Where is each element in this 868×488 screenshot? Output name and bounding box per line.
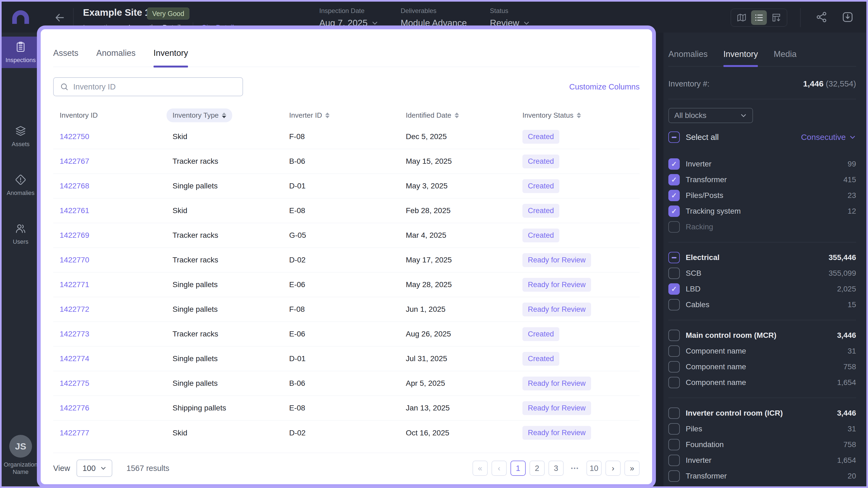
component-row-left: Inverter bbox=[669, 455, 712, 466]
inventory-id-link[interactable]: 1422776 bbox=[60, 404, 173, 412]
checkbox-inverter-control-room-icr-[interactable] bbox=[669, 408, 680, 419]
inventory-status-cell: Ready for Review bbox=[522, 401, 633, 415]
sidebar-item-inspections[interactable]: Inspections bbox=[2, 37, 40, 68]
list-view-icon[interactable] bbox=[751, 10, 767, 25]
pagination-first[interactable]: « bbox=[472, 461, 488, 476]
inventory-id-link[interactable]: 1422761 bbox=[60, 206, 173, 215]
tab-anomalies[interactable]: Anomalies bbox=[96, 48, 135, 67]
checkbox-cables[interactable] bbox=[669, 299, 680, 311]
inventory-count: 1,446 bbox=[803, 79, 824, 88]
checkbox-inverter[interactable] bbox=[669, 455, 680, 466]
checkbox-component-name[interactable] bbox=[669, 361, 680, 372]
back-button[interactable] bbox=[54, 12, 66, 24]
inventory-id-link[interactable]: 1422777 bbox=[60, 429, 173, 437]
view-toggle-group bbox=[731, 9, 787, 27]
checkbox-scb[interactable] bbox=[669, 268, 680, 279]
page-size-select[interactable]: 100 bbox=[76, 459, 112, 477]
sort-icon[interactable] bbox=[455, 112, 459, 118]
consecutive-dropdown[interactable]: Consecutive bbox=[801, 133, 856, 142]
select-all-row: Select all Consecutive bbox=[669, 131, 856, 143]
select-all-checkbox[interactable] bbox=[669, 131, 680, 143]
map-view-icon[interactable] bbox=[734, 10, 749, 25]
component-row-lbd: ✓LBD2,025 bbox=[669, 281, 856, 297]
compare-view-icon[interactable] bbox=[769, 10, 784, 25]
chevron-down-icon bbox=[100, 465, 106, 471]
sidebar-item-users[interactable]: Users bbox=[2, 218, 40, 250]
sort-icon[interactable] bbox=[222, 112, 226, 118]
panel-tab-media[interactable]: Media bbox=[774, 50, 796, 66]
pagination-next[interactable]: › bbox=[606, 461, 621, 476]
component-row-left: ✓Piles/Posts bbox=[669, 190, 723, 201]
table-body: 1422750SkidF-08Dec 5, 2025Created1422767… bbox=[53, 124, 640, 445]
checkbox-component-name[interactable] bbox=[669, 377, 680, 388]
inventory-id-link[interactable]: 1422774 bbox=[60, 354, 173, 363]
inventory-status-cell: Created bbox=[522, 204, 633, 218]
component-label: Component name bbox=[686, 347, 746, 355]
pagination-page-3[interactable]: 3 bbox=[549, 461, 564, 476]
component-row-left: Racking bbox=[669, 221, 713, 233]
inventory-id-link[interactable]: 1422768 bbox=[60, 182, 173, 190]
column-header-identified-date[interactable]: Identified Date bbox=[406, 111, 522, 120]
checkbox-piles-posts[interactable]: ✓ bbox=[669, 190, 680, 201]
inventory-id-link[interactable]: 1422767 bbox=[60, 157, 173, 166]
component-count: 415 bbox=[843, 175, 856, 184]
checkbox-electrical[interactable] bbox=[669, 252, 680, 263]
active-sort-pill[interactable]: Inventory Type bbox=[166, 108, 232, 122]
inventory-id-link[interactable]: 1422770 bbox=[60, 256, 173, 264]
checkbox-piles[interactable] bbox=[669, 423, 680, 434]
logo-arch-icon bbox=[12, 10, 29, 24]
checkbox-transformer[interactable] bbox=[669, 470, 680, 482]
panel-tab-anomalies[interactable]: Anomalies bbox=[669, 50, 708, 66]
sort-icon[interactable] bbox=[325, 112, 330, 118]
component-row-transformer: ✓Transformer415 bbox=[669, 172, 856, 188]
app-logo[interactable] bbox=[2, 2, 40, 33]
pagination-prev[interactable]: ‹ bbox=[492, 461, 507, 476]
inventory-id-link[interactable]: 1422775 bbox=[60, 379, 173, 388]
checkbox-foundation[interactable] bbox=[669, 439, 680, 450]
search-box bbox=[53, 77, 243, 96]
inventory-id-link[interactable]: 1422773 bbox=[60, 330, 173, 338]
component-row-scb: SCB355,099 bbox=[669, 265, 856, 281]
alert-diamond-icon bbox=[14, 174, 27, 187]
sidebar-item-label: Inspections bbox=[5, 57, 35, 64]
table-row: 1422761SkidE-08Feb 28, 2025Created bbox=[53, 198, 640, 223]
search-input[interactable] bbox=[73, 83, 237, 91]
pagination-page-2[interactable]: 2 bbox=[529, 461, 545, 476]
checkbox-transformer[interactable]: ✓ bbox=[669, 174, 680, 186]
component-row-left: Transformer bbox=[669, 470, 727, 482]
column-label: Inventory Type bbox=[173, 111, 219, 120]
table-row: 1422767Tracker racksB-06May 15, 2025Crea… bbox=[53, 149, 640, 174]
pagination-page-1[interactable]: 1 bbox=[510, 461, 526, 476]
column-header-inventory-status[interactable]: Inventory Status bbox=[522, 111, 633, 120]
checkbox-inverter[interactable]: ✓ bbox=[669, 158, 680, 170]
column-header-inverter-id[interactable]: Inverter ID bbox=[289, 111, 406, 120]
panel-tab-inventory[interactable]: Inventory bbox=[723, 50, 758, 66]
status-field: Status Review bbox=[490, 7, 530, 28]
tab-inventory[interactable]: Inventory bbox=[154, 48, 188, 67]
sidebar-item-assets[interactable]: Assets bbox=[2, 121, 40, 152]
download-icon[interactable] bbox=[841, 11, 855, 24]
checkbox-component-name[interactable] bbox=[669, 346, 680, 357]
checkbox-main-control-room-mcr-[interactable] bbox=[669, 330, 680, 341]
component-row-main-control-room-mcr-: Main control room (MCR)3,446 bbox=[669, 327, 856, 343]
inventory-id-link[interactable]: 1422771 bbox=[60, 280, 173, 289]
component-row-left: ✓Transformer bbox=[669, 174, 727, 186]
inventory-id-link[interactable]: 1422750 bbox=[60, 132, 173, 141]
avatar[interactable]: JS bbox=[9, 435, 32, 458]
column-header-inventory-type[interactable]: Inventory Type bbox=[173, 108, 289, 122]
customize-columns-link[interactable]: Customize Columns bbox=[569, 83, 640, 91]
inventory-id-link[interactable]: 1422769 bbox=[60, 231, 173, 240]
status-badge: Created bbox=[522, 179, 559, 193]
pagination-page-10[interactable]: 10 bbox=[586, 461, 601, 476]
checkbox-lbd[interactable]: ✓ bbox=[669, 283, 680, 295]
block-filter-select[interactable]: All blocks bbox=[669, 108, 753, 123]
tab-assets[interactable]: Assets bbox=[53, 48, 79, 67]
sidebar-item-anomalies[interactable]: Anomalies bbox=[2, 169, 40, 201]
share-icon[interactable] bbox=[815, 11, 828, 24]
checkbox-racking[interactable] bbox=[669, 221, 680, 233]
checkbox-tracking-system[interactable]: ✓ bbox=[669, 205, 680, 217]
inventory-id-link[interactable]: 1422772 bbox=[60, 305, 173, 314]
sort-icon[interactable] bbox=[577, 112, 581, 118]
inventory-status-cell: Created bbox=[522, 179, 633, 193]
pagination-last[interactable]: » bbox=[624, 461, 640, 476]
